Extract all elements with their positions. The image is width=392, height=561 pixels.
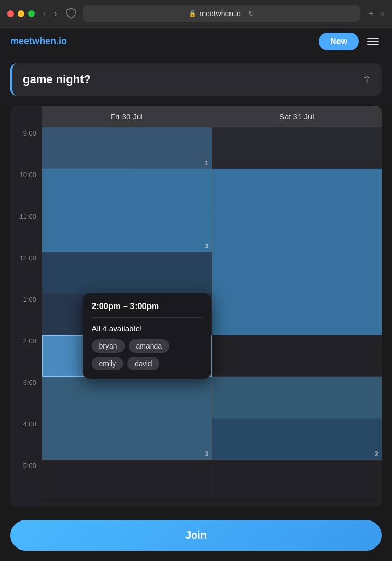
browser-titlebar: ‹ › 🔒 meetwhen.io ↻ + » bbox=[0, 0, 392, 27]
url-text: meetwhen.io bbox=[199, 9, 240, 18]
availability-tooltip: 2:00pm – 3:00pm All 4 available! bryan a… bbox=[83, 293, 211, 379]
app-logo: meetwhen.io bbox=[10, 36, 67, 47]
back-arrow-icon[interactable]: ‹ bbox=[41, 8, 48, 19]
time-label-5: 5:00 bbox=[10, 460, 42, 501]
shield-icon bbox=[65, 8, 77, 19]
name-badge-emily: emily bbox=[92, 357, 124, 370]
time-label-3: 3:00 bbox=[10, 377, 42, 418]
fri-avail-3: 3 bbox=[42, 377, 212, 460]
address-bar[interactable]: 🔒 meetwhen.io ↻ bbox=[83, 5, 360, 22]
fri-avail-9: 1 bbox=[42, 127, 212, 169]
more-tabs-icon[interactable]: » bbox=[380, 9, 385, 18]
minimize-button[interactable] bbox=[18, 10, 24, 17]
new-tab-button[interactable]: + bbox=[369, 8, 374, 19]
reload-icon[interactable]: ↻ bbox=[248, 9, 254, 18]
sat-avail-10 bbox=[212, 169, 382, 335]
saturday-column[interactable]: 2 2:00pm – 3:00pm All 4 available! bryan… bbox=[212, 127, 382, 501]
lock-icon: 🔒 bbox=[188, 10, 196, 17]
time-label-12: 12:00 bbox=[10, 252, 42, 293]
calendar-header-empty bbox=[10, 106, 42, 127]
time-label-10: 10:00 bbox=[10, 169, 42, 210]
forward-arrow-icon[interactable]: › bbox=[52, 8, 59, 19]
page-title-area: game night? ⇧ bbox=[0, 55, 392, 106]
fri-slot-5[interactable] bbox=[42, 460, 212, 501]
tooltip-names: bryan amanda emily david bbox=[92, 339, 202, 370]
time-label-1: 1:00 bbox=[10, 293, 42, 335]
calendar-container: Fri 30 Jul Sat 31 Jul 9:00 10:00 11:00 1… bbox=[0, 106, 392, 506]
share-icon[interactable]: ⇧ bbox=[362, 73, 371, 86]
day-header-fri: Fri 30 Jul bbox=[42, 106, 212, 127]
calendar-body: 9:00 10:00 11:00 12:00 1:00 2:00 3:00 4:… bbox=[10, 127, 382, 501]
name-badge-david: david bbox=[127, 357, 159, 370]
time-label-2: 2:00 bbox=[10, 335, 42, 377]
browser-chrome: ‹ › 🔒 meetwhen.io ↻ + » bbox=[0, 0, 392, 27]
sat-slot-5[interactable] bbox=[212, 460, 382, 501]
title-card: game night? ⇧ bbox=[10, 63, 382, 96]
menu-bar-3 bbox=[367, 44, 379, 45]
tooltip-availability-text: All 4 available! bbox=[92, 324, 202, 333]
calendar-header: Fri 30 Jul Sat 31 Jul bbox=[10, 106, 382, 127]
menu-button[interactable] bbox=[364, 35, 382, 48]
name-badge-bryan: bryan bbox=[92, 339, 125, 353]
fri-avail-12 bbox=[42, 252, 212, 293]
app-header: meetwhen.io New bbox=[0, 27, 392, 55]
sat-avail-4 bbox=[212, 377, 382, 418]
time-labels: 9:00 10:00 11:00 12:00 1:00 2:00 3:00 4:… bbox=[10, 127, 42, 501]
tooltip-time-range: 2:00pm – 3:00pm bbox=[92, 302, 202, 318]
fri-avail-10: 3 bbox=[42, 169, 212, 252]
sat-slot-2[interactable] bbox=[212, 335, 382, 377]
join-button[interactable]: Join bbox=[10, 520, 382, 551]
time-label-4: 4:00 bbox=[10, 418, 42, 460]
menu-bar-2 bbox=[367, 41, 379, 42]
sat-avail-9-dark bbox=[212, 127, 382, 169]
name-badge-amanda: amanda bbox=[129, 339, 170, 353]
join-section: Join bbox=[0, 510, 392, 561]
new-button[interactable]: New bbox=[319, 33, 359, 50]
sat-avail-5: 2 bbox=[212, 418, 382, 460]
header-actions: New bbox=[319, 33, 382, 50]
calendar-wrapper: Fri 30 Jul Sat 31 Jul 9:00 10:00 11:00 1… bbox=[10, 106, 382, 506]
traffic-lights bbox=[7, 10, 35, 17]
close-button[interactable] bbox=[7, 10, 14, 17]
time-label-11: 11:00 bbox=[10, 210, 42, 252]
browser-nav: ‹ › bbox=[41, 8, 59, 19]
day-header-sat: Sat 31 Jul bbox=[212, 106, 382, 127]
time-label-9: 9:00 bbox=[10, 127, 42, 169]
menu-bar-1 bbox=[367, 38, 379, 39]
page-title: game night? bbox=[23, 73, 91, 86]
maximize-button[interactable] bbox=[28, 10, 35, 17]
